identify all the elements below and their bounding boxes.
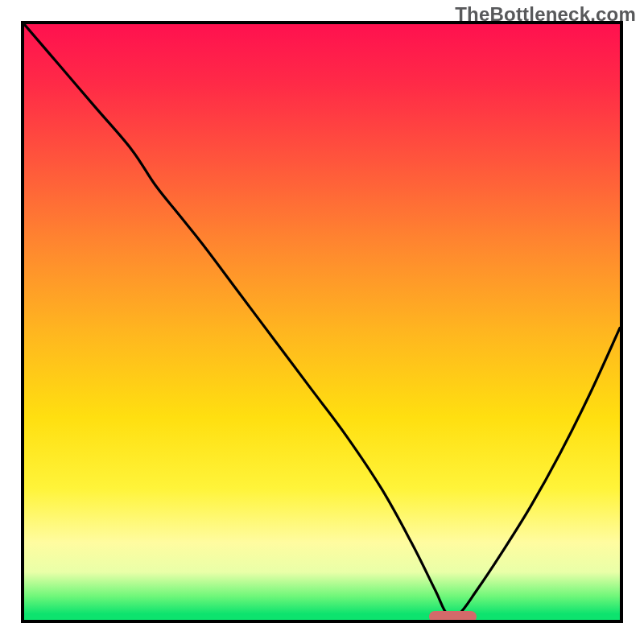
chart-root: TheBottleneck.com [0, 0, 644, 644]
optimal-zone-marker [429, 611, 477, 622]
plot-frame [21, 21, 623, 623]
watermark-text: TheBottleneck.com [455, 3, 636, 26]
bottleneck-curve [24, 24, 620, 620]
curve-path [24, 24, 620, 617]
